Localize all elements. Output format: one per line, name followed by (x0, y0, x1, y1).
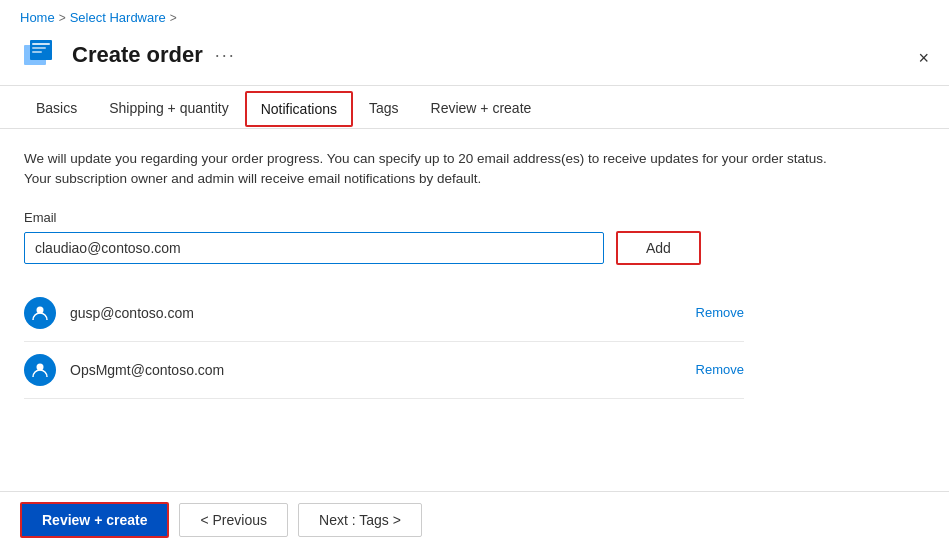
avatar (24, 354, 56, 386)
avatar (24, 297, 56, 329)
email-list: gusp@contoso.com Remove OpsMgmt@contoso.… (24, 285, 744, 399)
main-content: We will update you regarding your order … (0, 129, 949, 491)
page-title: Create order (72, 42, 203, 68)
close-button[interactable]: × (918, 49, 929, 67)
tab-tags[interactable]: Tags (353, 90, 415, 128)
breadcrumb-select-hardware[interactable]: Select Hardware (70, 10, 166, 25)
tab-notifications[interactable]: Notifications (245, 91, 353, 127)
breadcrumb-sep1: > (59, 11, 66, 25)
tab-bar: Basics Shipping + quantity Notifications… (0, 90, 949, 129)
remove-button[interactable]: Remove (696, 305, 744, 320)
breadcrumb-sep2: > (170, 11, 177, 25)
email-input[interactable] (24, 232, 604, 264)
tab-basics[interactable]: Basics (20, 90, 93, 128)
remove-button[interactable]: Remove (696, 362, 744, 377)
svg-rect-2 (32, 43, 50, 45)
email-input-row: Add (24, 231, 925, 265)
svg-rect-3 (32, 47, 46, 49)
footer: Review + create < Previous Next : Tags > (0, 491, 949, 548)
previous-button[interactable]: < Previous (179, 503, 288, 537)
review-create-button[interactable]: Review + create (20, 502, 169, 538)
breadcrumb-home[interactable]: Home (20, 10, 55, 25)
add-button[interactable]: Add (616, 231, 701, 265)
email-address: OpsMgmt@contoso.com (70, 362, 682, 378)
page-header: Create order ··· × (0, 31, 949, 86)
tab-shipping[interactable]: Shipping + quantity (93, 90, 244, 128)
email-label: Email (24, 210, 925, 225)
tab-review[interactable]: Review + create (415, 90, 548, 128)
more-options-button[interactable]: ··· (215, 45, 236, 66)
order-icon (20, 35, 60, 75)
email-address: gusp@contoso.com (70, 305, 682, 321)
description-text: We will update you regarding your order … (24, 149, 844, 190)
list-item: OpsMgmt@contoso.com Remove (24, 342, 744, 399)
breadcrumb: Home > Select Hardware > (0, 0, 949, 31)
svg-rect-4 (32, 51, 42, 53)
next-button[interactable]: Next : Tags > (298, 503, 422, 537)
list-item: gusp@contoso.com Remove (24, 285, 744, 342)
